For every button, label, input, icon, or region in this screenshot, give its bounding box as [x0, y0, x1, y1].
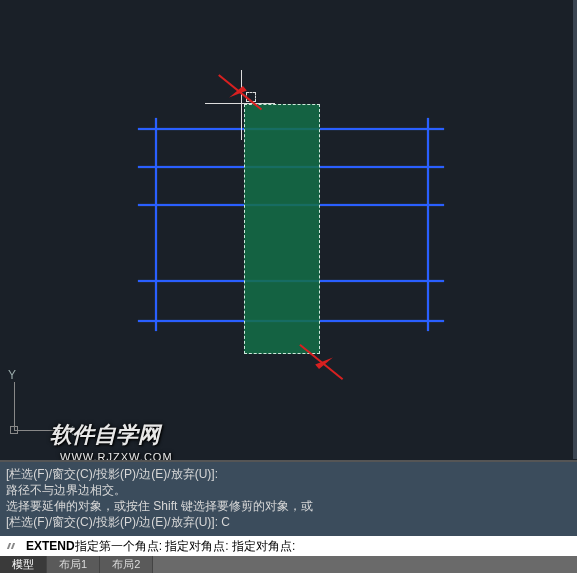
- watermark: 软件自学网 WWW.RJZXW.COM: [50, 420, 173, 464]
- command-history-line: 选择要延伸的对象，或按住 Shift 键选择要修剪的对象，或: [6, 498, 571, 514]
- tab-layout1[interactable]: 布局1: [47, 556, 100, 573]
- command-history-line: 路径不与边界边相交。: [6, 482, 571, 498]
- watermark-title: 软件自学网: [50, 422, 160, 447]
- annotation-arrow: [229, 86, 247, 102]
- command-input[interactable]: EXTEND 指定第一个角点: 指定对角点: 指定对角点:: [0, 536, 577, 556]
- layout-tabbar: 模型 布局1 布局2: [0, 556, 577, 573]
- command-name: EXTEND: [26, 539, 75, 553]
- geometry-line: [155, 118, 157, 331]
- crosshair-cursor: [241, 70, 242, 140]
- tab-model[interactable]: 模型: [0, 556, 47, 573]
- drawing-canvas[interactable]: Y X 软件自学网 WWW.RJZXW.COM: [0, 0, 577, 459]
- command-history-line: [栏选(F)/窗交(C)/投影(P)/边(E)/放弃(U)]: C: [6, 514, 571, 530]
- scrollbar-track[interactable]: [573, 0, 577, 459]
- annotation-arrow: [315, 353, 333, 369]
- tab-layout2[interactable]: 布局2: [100, 556, 153, 573]
- crosshair-cursor: [205, 103, 275, 104]
- crossing-selection: [244, 104, 320, 354]
- command-history-line: [栏选(F)/窗交(C)/投影(P)/边(E)/放弃(U)]:: [6, 466, 571, 482]
- ucs-y-label: Y: [8, 368, 16, 382]
- geometry-line: [427, 118, 429, 331]
- command-prompt-icon: [6, 543, 20, 549]
- command-prompt-text: 指定第一个角点: 指定对角点: 指定对角点:: [75, 538, 296, 555]
